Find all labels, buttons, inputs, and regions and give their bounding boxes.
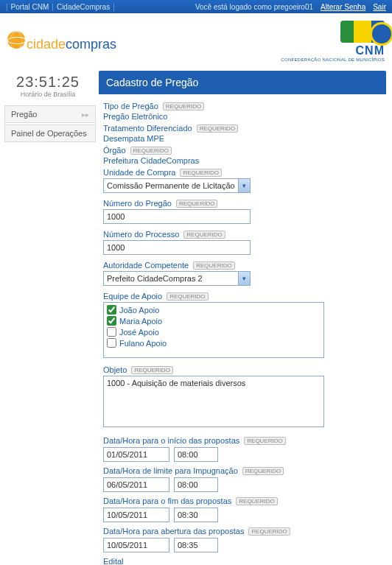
autoridade-select[interactable] <box>103 271 251 286</box>
sidebar-item-label: Painel de Operações <box>11 129 87 138</box>
cnm-logo: CNM CONFEDERAÇÃO NACIONAL DE MUNICÍPIOS <box>281 21 385 62</box>
equipe-option-label: José Apoio <box>119 328 159 337</box>
equipe-option-label: João Apoio <box>119 306 159 315</box>
label-orgao: Órgão <box>103 146 126 155</box>
label-dh-fim: Data/Hora para o fim das propostas <box>103 496 231 505</box>
cnm-subtitle: CONFEDERAÇÃO NACIONAL DE MUNICÍPIOS <box>281 57 385 62</box>
label-dh-impugnacao: Data/Hora de limite para Impugnação <box>103 466 238 475</box>
label-unidade: Unidade de Compra <box>103 168 175 177</box>
app-logo: cidadecompras <box>7 31 116 52</box>
objeto-textarea[interactable] <box>103 376 324 427</box>
logo-word2: compras <box>66 37 116 52</box>
value-orgao: Prefeitura CidadeCompras <box>103 156 383 165</box>
required-badge: REQUERIDO <box>248 527 290 536</box>
sidebar-item-label: Pregão <box>11 110 37 119</box>
impugnacao-date-input[interactable] <box>103 477 169 492</box>
logged-in-text: Você está logado como pregoeiro01 <box>195 3 313 11</box>
equipe-listbox[interactable]: João ApoioMaria ApoioJosé ApoioFulano Ap… <box>103 302 324 358</box>
equipe-option[interactable]: João Apoio <box>107 304 321 315</box>
label-tipo-pregao: Tipo de Pregão <box>103 102 158 110</box>
equipe-option[interactable]: Fulano Apoio <box>107 337 321 348</box>
label-num-pregao: Número do Pregão <box>103 199 172 208</box>
logo-word1: cidade <box>27 37 66 52</box>
required-badge: REQUERIDO <box>163 102 204 110</box>
abertura-date-input[interactable] <box>103 538 169 552</box>
equipe-checkbox[interactable] <box>107 327 116 337</box>
required-badge: REQUERIDO <box>197 124 238 133</box>
label-objeto: Objeto <box>103 365 127 374</box>
panel-title: Cadastro de Pregão <box>99 71 386 94</box>
required-badge: REQUERIDO <box>242 467 284 475</box>
fim-date-input[interactable] <box>103 508 169 522</box>
equipe-option-label: Fulano Apoio <box>119 339 167 348</box>
label-autoridade: Autoridade Competente <box>103 261 189 270</box>
equipe-checkbox[interactable] <box>107 305 116 315</box>
flag-icon <box>340 21 385 43</box>
header: cidadecompras CNM CONFEDERAÇÃO NACIONAL … <box>0 13 392 66</box>
label-dh-inicio: Data/Hora para o início das propostas <box>103 436 239 445</box>
num-pregao-input[interactable] <box>103 209 251 224</box>
required-badge: REQUERIDO <box>130 147 172 155</box>
label-tratamento: Tratamento Diferenciado <box>103 124 192 133</box>
breadcrumb-portal[interactable]: Portal CNM <box>11 3 49 11</box>
unidade-select[interactable] <box>103 178 251 193</box>
required-badge: REQUERIDO <box>244 437 285 445</box>
required-badge: REQUERIDO <box>193 262 234 270</box>
inicio-date-input[interactable] <box>103 447 169 462</box>
label-equipe: Equipe de Apoio <box>103 292 162 301</box>
num-processo-input[interactable] <box>103 240 251 255</box>
breadcrumb-app[interactable]: CidadeCompras <box>57 3 110 11</box>
equipe-checkbox[interactable] <box>107 338 116 348</box>
clock-time: 23:51:25 <box>4 74 91 91</box>
chevron-right-icon: ▸▸ <box>82 110 89 119</box>
logout-link[interactable]: Sair <box>373 3 386 11</box>
required-badge: REQUERIDO <box>180 169 221 177</box>
cnm-text: CNM <box>281 44 385 57</box>
equipe-option[interactable]: José Apoio <box>107 326 321 337</box>
required-badge: REQUERIDO <box>236 497 277 505</box>
sidebar-item-painel[interactable]: Painel de Operações <box>4 124 96 142</box>
clock-subtitle: Horário de Brasília <box>4 91 91 98</box>
label-dh-abertura: Data/Hora para abertura das propostas <box>103 527 244 536</box>
abertura-time-input[interactable] <box>174 538 218 552</box>
sidebar-item-pregao[interactable]: Pregão ▸▸ <box>4 105 96 123</box>
inicio-time-input[interactable] <box>174 447 218 462</box>
equipe-checkbox[interactable] <box>107 316 116 326</box>
required-badge: REQUERIDO <box>131 366 172 374</box>
globe-icon <box>7 31 25 49</box>
required-badge: REQUERIDO <box>176 200 217 208</box>
impugnacao-time-input[interactable] <box>174 477 218 492</box>
sidebar: 23:51:25 Horário de Brasília Pregão ▸▸ P… <box>0 66 96 565</box>
clock: 23:51:25 Horário de Brasília <box>4 74 91 98</box>
equipe-option-label: Maria Apoio <box>119 317 162 326</box>
value-tratamento: Desempata MPE <box>103 134 383 143</box>
change-password-link[interactable]: Alterar Senha <box>321 3 365 11</box>
equipe-option[interactable]: Maria Apoio <box>107 315 321 326</box>
label-num-processo: Número do Processo <box>103 230 179 239</box>
value-tipo-pregao: Pregão Eletrônico <box>103 112 383 121</box>
top-navbar: | Portal CNM | CidadeCompras | Você está… <box>0 0 392 13</box>
required-badge: REQUERIDO <box>183 231 225 239</box>
required-badge: REQUERIDO <box>167 292 208 301</box>
label-edital: Edital <box>103 557 124 565</box>
fim-time-input[interactable] <box>174 508 218 522</box>
